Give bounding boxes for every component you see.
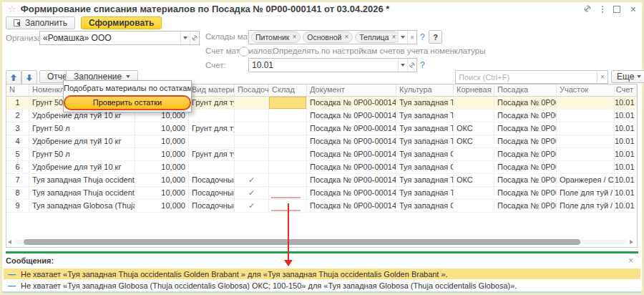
cell-uchastok[interactable] bbox=[557, 122, 615, 135]
cell-korn[interactable] bbox=[454, 97, 494, 109]
cell-sklad[interactable] bbox=[269, 148, 307, 160]
cell-posad[interactable]: ✓ bbox=[235, 174, 269, 186]
more-button[interactable]: Еще bbox=[611, 70, 644, 83]
cell-posad[interactable] bbox=[235, 110, 269, 122]
cell-qty[interactable]: 10,000 bbox=[135, 161, 189, 173]
cell-vid[interactable] bbox=[189, 110, 235, 122]
warehouse-tag[interactable]: Основной× bbox=[303, 32, 353, 43]
cell-posadka[interactable]: Посадка № 0Р00-000... bbox=[494, 187, 557, 199]
cell-kultura[interactable]: Туя западная Thuj... bbox=[396, 97, 454, 109]
cell-korn[interactable]: ОКС bbox=[454, 122, 494, 135]
tag-remove-icon[interactable]: × bbox=[344, 34, 348, 41]
cell-name[interactable]: Грунт 50 л bbox=[29, 148, 135, 160]
cell-sklad[interactable] bbox=[269, 187, 307, 199]
table-row[interactable]: 5Грунт 50 л10,000Грунт для туйПосадка № … bbox=[6, 148, 637, 161]
warehouses-field[interactable]: Питомник×Основной×Теплица× × bbox=[248, 30, 417, 44]
move-up-button[interactable] bbox=[6, 70, 21, 84]
cell-sklad[interactable] bbox=[269, 161, 307, 173]
cell-doc[interactable]: Посадка № 0Р00-000141 от 03.0... bbox=[307, 110, 396, 122]
cell-n[interactable]: 3 bbox=[6, 122, 29, 135]
cell-kultura[interactable]: Туя западная Glo... bbox=[396, 161, 454, 173]
cell-doc[interactable]: Посадка № 0Р00-000141 от 03.0... bbox=[307, 200, 396, 212]
table-row[interactable]: 3Грунт 50 л10,000Грунт для туйПосадка № … bbox=[6, 122, 637, 135]
cell-sklad[interactable] bbox=[269, 135, 307, 148]
cell-n[interactable]: 7 bbox=[6, 174, 29, 186]
cell-vid[interactable]: Грунт для туй bbox=[189, 148, 235, 160]
cell-n[interactable]: 5 bbox=[6, 148, 29, 160]
cell-korn[interactable] bbox=[454, 200, 494, 212]
move-down-button[interactable] bbox=[21, 70, 37, 84]
cell-schet[interactable]: 10.01 bbox=[615, 174, 637, 186]
cell-doc[interactable]: Посадка № 0Р00-000141 от 03.0... bbox=[307, 187, 396, 199]
cell-schet[interactable]: 10.01 bbox=[615, 161, 637, 173]
cell-vid[interactable]: Грунт для туй bbox=[189, 97, 235, 109]
cell-posadka[interactable]: Посадка № 0Р00-000... bbox=[494, 110, 557, 122]
table-row[interactable]: 6Удобрение для туй 10 кг10,000Посадка № … bbox=[6, 161, 637, 174]
message-row[interactable]: —Не хватает «Туя западная Thuja occident… bbox=[4, 269, 640, 279]
cell-sklad[interactable] bbox=[269, 122, 307, 135]
cell-vid[interactable]: Посадочный... bbox=[189, 200, 235, 212]
org-link-icon[interactable] bbox=[190, 32, 199, 44]
cell-korn[interactable]: ОКС bbox=[454, 135, 494, 148]
cell-kultura[interactable]: Туя западная Thuj... bbox=[396, 187, 454, 199]
scroll-left-icon[interactable] bbox=[8, 240, 11, 244]
cell-doc[interactable]: Посадка № 0Р00-000141 от 03.0... bbox=[307, 97, 396, 109]
account-help-link[interactable]: ? bbox=[420, 60, 425, 70]
warehouse-tag[interactable]: Питомник× bbox=[251, 32, 301, 43]
cell-posad[interactable]: ✓ bbox=[235, 187, 269, 199]
cell-schet[interactable]: 10.01 bbox=[615, 97, 637, 109]
cell-posadka[interactable]: Посадка № 0Р00-000... bbox=[494, 174, 557, 186]
message-row[interactable]: —Не хватает «Туя западная Globosa (Thuja… bbox=[4, 280, 640, 291]
menu-item[interactable]: Подобрать материалы по остаткам bbox=[64, 82, 191, 95]
cell-qty[interactable]: 10,000 bbox=[135, 187, 189, 199]
account-link-icon[interactable] bbox=[407, 59, 416, 72]
cell-schet[interactable]: 10.01 bbox=[615, 200, 637, 212]
cell-doc[interactable]: Посадка № 0Р00-000141 от 03.0... bbox=[307, 122, 396, 135]
table-row[interactable]: 8Туя западная Thuja occidentalis Golde..… bbox=[6, 187, 637, 200]
cell-name[interactable]: Удобрение для туй 10 кг bbox=[29, 161, 135, 173]
chevron-down-icon[interactable] bbox=[398, 31, 407, 44]
cell-posad[interactable] bbox=[235, 97, 269, 109]
cell-posadka[interactable]: Посадка № 0Р00-000... bbox=[494, 97, 557, 109]
help-button[interactable]: ? bbox=[429, 30, 442, 44]
table-row[interactable]: 4Удобрение для туй 10 кг10,000Посадка № … bbox=[6, 135, 637, 148]
cell-posad[interactable] bbox=[235, 135, 269, 148]
account-input[interactable] bbox=[249, 60, 398, 70]
cell-posadka[interactable]: Посадка № 0Р00-000... bbox=[494, 135, 557, 148]
cell-kultura[interactable]: Туя западная Thuj... bbox=[396, 122, 454, 135]
cell-posad[interactable] bbox=[235, 122, 269, 135]
cell-kultura[interactable]: Туя западная Glo... bbox=[396, 200, 454, 212]
fill-button[interactable]: Заполнить bbox=[6, 16, 75, 29]
cell-name[interactable]: Туя западная Thuja occidentalis Golde... bbox=[29, 174, 135, 186]
cell-sklad[interactable] bbox=[269, 110, 307, 122]
tag-remove-icon[interactable]: × bbox=[292, 34, 296, 41]
link-icon[interactable] bbox=[583, 4, 592, 14]
cell-korn[interactable] bbox=[454, 187, 494, 199]
cell-uchastok[interactable] bbox=[557, 148, 615, 160]
cell-doc[interactable]: Посадка № 0Р00-000141 от 03.0... bbox=[307, 161, 396, 173]
cell-doc[interactable]: Посадка № 0Р00-000141 от 03.0... bbox=[307, 174, 396, 186]
table-row[interactable]: 7Туя западная Thuja occidentalis Golde..… bbox=[6, 174, 637, 187]
cell-n[interactable]: 8 bbox=[6, 187, 29, 199]
cell-uchastok[interactable] bbox=[557, 110, 615, 122]
cell-qty[interactable]: 10,000 bbox=[135, 200, 189, 212]
warehouse-tag[interactable]: Теплица× bbox=[355, 32, 398, 43]
cell-posad[interactable] bbox=[235, 161, 269, 173]
cell-qty[interactable]: 10,000 bbox=[135, 135, 189, 148]
cell-qty[interactable]: 10,000 bbox=[135, 174, 189, 186]
cell-name[interactable]: Туя западная Globosa (Thuja occident... bbox=[29, 200, 135, 212]
cell-uchastok[interactable] bbox=[557, 135, 615, 148]
cell-qty[interactable]: 10,000 bbox=[135, 122, 189, 135]
cell-korn[interactable] bbox=[454, 161, 494, 173]
column-header[interactable]: Культура bbox=[396, 84, 454, 96]
cell-name[interactable]: Туя западная Thuja occidentalis Golde... bbox=[29, 187, 135, 199]
cell-korn[interactable] bbox=[454, 148, 494, 160]
close-messages-icon[interactable]: × bbox=[628, 256, 633, 265]
generate-button[interactable]: Сформировать bbox=[81, 16, 162, 29]
cell-schet[interactable]: 10.01 bbox=[615, 122, 637, 135]
chevron-down-icon[interactable] bbox=[398, 59, 407, 72]
cell-posadka[interactable]: Посадка № 0Р00-000... bbox=[494, 200, 557, 212]
warehouses-help-link[interactable]: ? bbox=[420, 32, 425, 42]
scroll-right-icon[interactable] bbox=[630, 240, 633, 244]
cell-doc[interactable]: Посадка № 0Р00-000141 от 03.0... bbox=[307, 148, 396, 160]
